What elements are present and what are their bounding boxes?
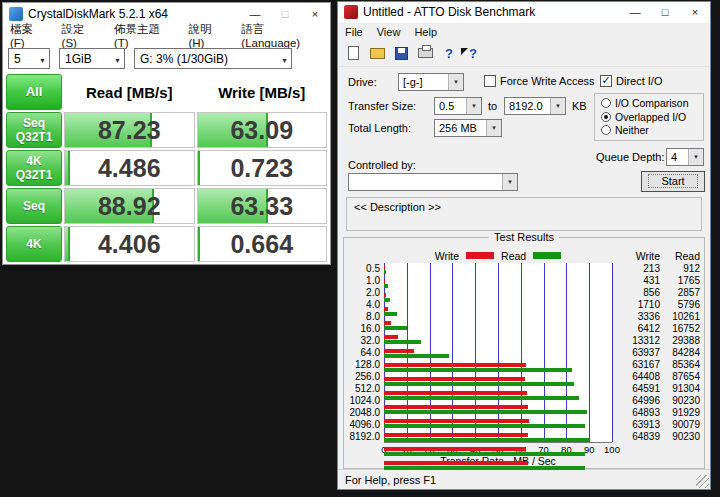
chart-bar-row xyxy=(384,265,612,277)
legend-read-label: Read xyxy=(501,250,526,262)
atto-menubar: FileViewHelp xyxy=(338,24,710,42)
chart-row-label: 128.0 xyxy=(348,359,384,371)
atto-toolbar xyxy=(338,41,710,67)
test-button-label: Q32T1 xyxy=(16,130,53,144)
write-value: 63167 xyxy=(612,359,660,371)
cdm-test-size-select[interactable]: 1GiB xyxy=(59,48,125,69)
write-bar xyxy=(384,391,527,395)
radio-indicator xyxy=(601,98,611,108)
write-value: 64408 xyxy=(612,371,660,383)
resize-grip[interactable] xyxy=(696,475,709,488)
atto-menu-file[interactable]: File xyxy=(338,24,370,42)
atto-menu-view[interactable]: View xyxy=(370,24,408,42)
printer-button[interactable] xyxy=(414,42,436,64)
chart-bar-row xyxy=(384,461,612,473)
context-help-button[interactable] xyxy=(462,42,484,64)
write-bar xyxy=(384,321,391,325)
atto-caption-buttons: — □ × xyxy=(620,2,710,23)
chart-bar-row xyxy=(384,447,612,459)
atto-window: Untitled - ATTO Disk Benchmark — □ × Fil… xyxy=(337,1,711,490)
cdm-seq-q32t1-read-cell: 87.23 xyxy=(64,112,195,148)
radio-indicator xyxy=(601,112,611,122)
atto-titlebar[interactable]: Untitled - ATTO Disk Benchmark — □ × xyxy=(338,2,710,24)
new-button[interactable] xyxy=(342,42,364,64)
force-write-access-checkbox[interactable]: Force Write Access xyxy=(484,75,595,87)
chevron-down-icon xyxy=(486,120,501,136)
cdm-test-button-4k-q32t1[interactable]: 4KQ32T1 xyxy=(6,150,62,186)
cdm-test-button-4k[interactable]: 4K xyxy=(6,226,62,262)
radio-io-comparison[interactable]: I/O Comparison xyxy=(601,97,697,109)
direct-io-checkbox[interactable]: ✓ Direct I/O xyxy=(600,75,662,87)
chart-row-label: 1.0 xyxy=(348,275,384,287)
cdm-test-button-seq[interactable]: Seq xyxy=(6,188,62,224)
legend-write-label: Write xyxy=(435,250,459,262)
read-column-header: Read xyxy=(660,250,700,262)
cdm-4k-q32t1-write-cell: 0.723 xyxy=(197,150,328,186)
status-text: For Help, press F1 xyxy=(345,474,436,486)
save-icon xyxy=(395,47,408,60)
cdm-seq-q32t1-write-cell: 63.09 xyxy=(197,112,328,148)
cdm-seq-write-cell: 63.33 xyxy=(197,188,328,224)
write-bar xyxy=(384,461,528,465)
chart-row-label: 16.0 xyxy=(348,323,384,335)
cdm-menu-help[interactable]: 說明(H) xyxy=(181,25,234,45)
start-button[interactable]: Start xyxy=(641,171,705,192)
read-value: 91929 xyxy=(660,407,700,419)
cdm-test-count-select[interactable]: 5 xyxy=(8,48,50,69)
cdm-all-button[interactable]: All xyxy=(6,74,62,110)
about-button[interactable] xyxy=(438,42,460,64)
cdm-menu-file[interactable]: 檔案(F) xyxy=(3,25,55,45)
cdm-menu-settings[interactable]: 設定(S) xyxy=(55,25,107,45)
write-value: 431 xyxy=(612,275,660,287)
write-value: 63913 xyxy=(612,419,660,431)
printer-icon xyxy=(418,48,433,58)
cdm-menubar: 檔案(F)設定(S)佈景主題(T)說明(H)語言(Language) xyxy=(3,25,330,45)
checkbox-box xyxy=(484,75,496,87)
read-bar xyxy=(384,452,585,456)
read-bar xyxy=(384,396,579,400)
cdm-4k-q32t1-read-value: 4.486 xyxy=(98,154,161,183)
radio-neither[interactable]: Neither xyxy=(601,124,697,136)
read-value: 90230 xyxy=(660,431,700,443)
transfer-size-to-select[interactable]: 8192.0 xyxy=(504,97,566,115)
queue-depth-label: Queue Depth: xyxy=(596,151,665,163)
description-box[interactable]: << Description >> xyxy=(346,197,702,231)
total-length-label: Total Length: xyxy=(348,122,411,134)
cdm-menu-theme[interactable]: 佈景主題(T) xyxy=(107,25,182,45)
chart-bar-row xyxy=(384,279,612,291)
chart-row-label: 512.0 xyxy=(348,383,384,395)
chart-row-label: 1024.0 xyxy=(348,395,384,407)
cdm-menu-language[interactable]: 語言(Language) xyxy=(234,25,330,45)
kb-label: KB xyxy=(572,100,587,112)
cdm-test-button-seq-q32t1[interactable]: SeqQ32T1 xyxy=(6,112,62,148)
write-value: 64591 xyxy=(612,383,660,395)
checkmark-icon: ✓ xyxy=(601,75,610,86)
drive-select[interactable]: [-g-] xyxy=(398,73,464,91)
atto-maximize-button[interactable]: □ xyxy=(650,2,680,23)
chart-bar-row xyxy=(384,433,612,445)
chart-bar-row xyxy=(384,377,612,389)
read-value: 90079 xyxy=(660,419,700,431)
atto-menu-help[interactable]: Help xyxy=(407,24,444,42)
write-bar xyxy=(384,335,398,339)
read-bar xyxy=(384,270,386,274)
write-values-column: 2134318561710333664121331263937631676440… xyxy=(612,263,660,443)
cdm-target-drive-select[interactable]: G: 3% (1/30GiB) xyxy=(134,48,292,69)
total-length-select[interactable]: 256 MB xyxy=(434,119,502,137)
total-length-value: 256 MB xyxy=(435,122,486,134)
checkbox-box: ✓ xyxy=(600,75,612,87)
write-value: 1710 xyxy=(612,299,660,311)
atto-close-button[interactable]: × xyxy=(680,2,710,23)
queue-depth-select[interactable]: 4 xyxy=(666,148,704,166)
cdm-results-grid: All Read [MB/s] Write [MB/s] SeqQ32T187.… xyxy=(6,74,327,262)
radio-overlapped-io[interactable]: Overlapped I/O xyxy=(601,111,697,123)
atto-minimize-button[interactable]: — xyxy=(620,2,650,23)
save-button[interactable] xyxy=(390,42,412,64)
chart-y-labels: 0.51.02.04.08.016.032.064.0128.0256.0512… xyxy=(348,263,384,443)
read-value: 1765 xyxy=(660,275,700,287)
all-button-label: All xyxy=(26,85,43,99)
write-column-header: Write xyxy=(612,250,660,262)
open-button[interactable] xyxy=(366,42,388,64)
transfer-size-from-select[interactable]: 0.5 xyxy=(434,97,482,115)
controlled-by-select[interactable] xyxy=(348,173,518,191)
